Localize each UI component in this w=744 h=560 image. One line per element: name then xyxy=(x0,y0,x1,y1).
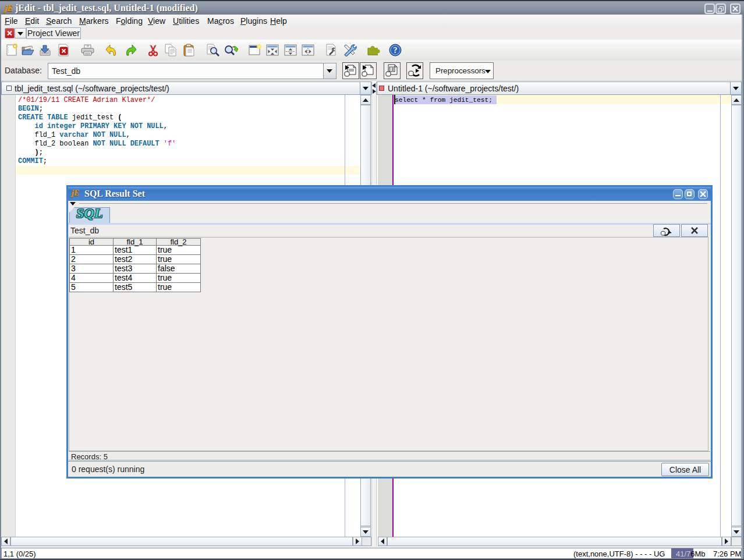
svg-text:?: ? xyxy=(394,46,398,55)
